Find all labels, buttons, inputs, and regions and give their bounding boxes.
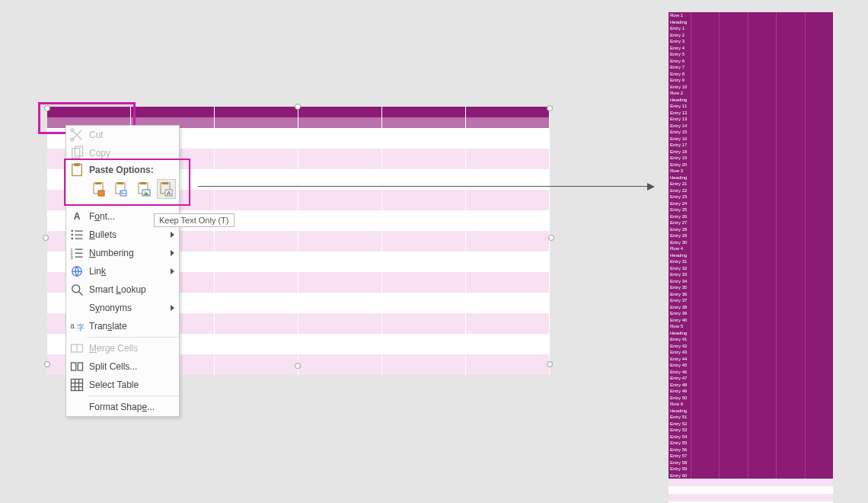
table-row[interactable]: Heading: [669, 19, 833, 26]
table-cell[interactable]: [748, 434, 777, 441]
table-row[interactable]: Entry 7: [669, 64, 833, 71]
table-row[interactable]: Entry 12: [669, 110, 833, 117]
table-cell[interactable]: [215, 252, 298, 272]
table-cell[interactable]: [806, 427, 833, 434]
table-cell[interactable]: [777, 356, 805, 363]
table-cell[interactable]: [691, 336, 720, 343]
selection-handle[interactable]: [295, 363, 301, 369]
table-cell[interactable]: [777, 349, 805, 356]
table-cell[interactable]: [720, 12, 748, 19]
table-cell[interactable]: [806, 382, 833, 389]
table-cell[interactable]: [748, 388, 777, 395]
table-cell[interactable]: [215, 149, 298, 169]
table-row[interactable]: Entry 38: [669, 304, 833, 311]
table-cell[interactable]: [748, 12, 777, 19]
table-row[interactable]: Row 4: [669, 245, 833, 252]
table-cell[interactable]: [806, 51, 833, 58]
table-cell[interactable]: [806, 58, 833, 65]
table-cell[interactable]: [720, 181, 748, 187]
table-cell[interactable]: [748, 330, 777, 337]
table-cell[interactable]: [691, 297, 720, 304]
table-row[interactable]: Entry 56: [669, 447, 833, 453]
table-cell[interactable]: [806, 291, 833, 298]
table-cell[interactable]: [777, 162, 805, 168]
menu-split-cells[interactable]: Split Cells...: [66, 357, 179, 376]
table-cell[interactable]: [691, 258, 720, 265]
table-cell[interactable]: [720, 408, 748, 415]
table-row[interactable]: Entry 33: [669, 271, 833, 278]
table-cell[interactable]: [720, 103, 748, 110]
table-cell[interactable]: [806, 460, 833, 466]
table-cell[interactable]: [748, 349, 777, 356]
table-cell[interactable]: [777, 284, 805, 291]
table-cell[interactable]: [806, 149, 833, 155]
table-row[interactable]: Entry 37: [669, 297, 833, 304]
table-row[interactable]: Entry 11: [669, 103, 833, 110]
table-cell[interactable]: [720, 265, 748, 272]
table-cell[interactable]: [748, 271, 777, 278]
table-cell[interactable]: [691, 71, 720, 78]
table-cell[interactable]: [691, 77, 720, 84]
table-cell[interactable]: [806, 310, 833, 317]
table-row[interactable]: Entry 49: [669, 388, 833, 395]
right-table[interactable]: Row 1HeadingEntry 1Entry 2Entry 3Entry 4…: [669, 12, 833, 503]
table-cell[interactable]: [298, 190, 382, 210]
table-cell[interactable]: [720, 58, 748, 65]
table-cell[interactable]: [806, 32, 833, 39]
selection-handle[interactable]: [547, 105, 553, 111]
table-cell[interactable]: [806, 162, 833, 168]
table-cell[interactable]: [748, 258, 777, 265]
table-cell[interactable]: [748, 323, 777, 330]
table-cell[interactable]: [777, 317, 805, 324]
table-cell[interactable]: [748, 51, 777, 58]
table-cell[interactable]: [806, 142, 833, 149]
table-cell[interactable]: [748, 232, 777, 239]
selection-handle[interactable]: [548, 235, 554, 241]
table-cell[interactable]: [777, 291, 805, 298]
table-cell[interactable]: [777, 58, 805, 65]
table-cell[interactable]: [748, 175, 777, 181]
table-cell[interactable]: [691, 284, 720, 291]
table-cell[interactable]: [777, 343, 805, 350]
table-row[interactable]: Entry 47: [669, 375, 833, 382]
table-cell[interactable]: [691, 330, 720, 337]
table-cell[interactable]: [691, 362, 720, 369]
table-row[interactable]: Entry 2: [669, 32, 833, 39]
table-cell[interactable]: [748, 129, 777, 136]
table-row[interactable]: Entry 59: [669, 466, 833, 473]
table-cell[interactable]: [748, 84, 777, 91]
table-cell[interactable]: [691, 278, 720, 285]
table-cell[interactable]: [748, 401, 777, 408]
table-cell[interactable]: [691, 369, 720, 376]
table-row[interactable]: Row 5: [669, 323, 833, 330]
table-cell[interactable]: [298, 313, 382, 334]
table-cell[interactable]: [720, 110, 748, 117]
table-row[interactable]: Entry 32: [669, 265, 833, 272]
table-cell[interactable]: [748, 45, 777, 52]
table-cell[interactable]: [215, 272, 298, 293]
table-cell[interactable]: [720, 362, 748, 369]
table-row[interactable]: Entry 21: [669, 181, 833, 187]
table-cell[interactable]: [720, 64, 748, 71]
table-cell[interactable]: [720, 330, 748, 337]
table-cell[interactable]: [466, 252, 550, 272]
table-cell[interactable]: [466, 128, 550, 149]
table-cell[interactable]: [806, 362, 833, 369]
table-row[interactable]: Entry 9: [669, 77, 833, 84]
table-cell[interactable]: [382, 334, 466, 354]
table-cell[interactable]: [691, 310, 720, 317]
table-cell[interactable]: [748, 142, 777, 149]
table-cell[interactable]: [806, 232, 833, 239]
menu-link[interactable]: Link: [66, 262, 179, 280]
table-cell[interactable]: [691, 440, 720, 447]
table-row[interactable]: Entry 14: [669, 123, 833, 130]
table-cell[interactable]: [748, 149, 777, 155]
table-cell[interactable]: [777, 200, 805, 207]
table-cell[interactable]: [466, 293, 550, 313]
table-cell[interactable]: [720, 194, 748, 200]
table-cell[interactable]: [777, 258, 805, 265]
table-cell[interactable]: [691, 162, 720, 168]
table-cell[interactable]: [806, 408, 833, 415]
table-row[interactable]: Heading: [669, 408, 833, 415]
table-cell[interactable]: [691, 408, 720, 415]
